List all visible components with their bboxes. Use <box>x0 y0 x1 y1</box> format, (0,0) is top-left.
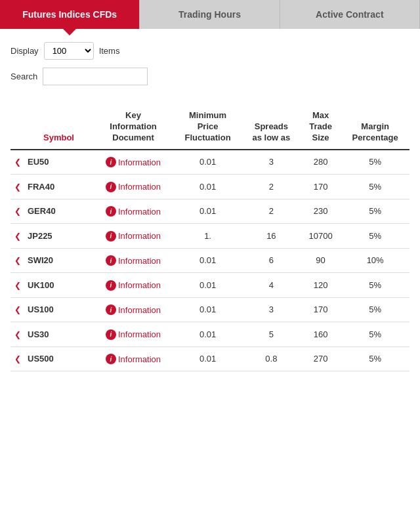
spreads-cell: 2 <box>242 199 301 224</box>
info-link[interactable]: i Information <box>106 182 161 192</box>
expand-cell[interactable]: ❮ <box>10 224 24 249</box>
tab-active-contract[interactable]: Active Contract <box>280 0 420 29</box>
data-table-wrapper: Symbol KeyInformationDocument MinimumPri… <box>0 105 420 385</box>
min-price-cell: 0.01 <box>173 297 242 322</box>
info-link[interactable]: i Information <box>106 354 161 364</box>
table-row: ❮ UK100 i Information 0.01 4 120 5% <box>10 273 410 298</box>
info-link[interactable]: i Information <box>106 304 161 315</box>
table-row: ❮ US500 i Information 0.01 0.8 270 5% <box>10 346 410 371</box>
margin-cell: 5% <box>341 224 410 249</box>
info-icon: i <box>106 280 116 291</box>
expand-cell[interactable]: ❮ <box>10 273 24 298</box>
expand-cell[interactable]: ❮ <box>10 346 24 371</box>
key-info-cell[interactable]: i Information <box>93 175 173 200</box>
expand-icon[interactable]: ❮ <box>14 281 21 290</box>
expand-cell[interactable]: ❮ <box>10 150 24 175</box>
expand-cell[interactable]: ❮ <box>10 297 24 322</box>
search-row: Search <box>10 68 410 85</box>
info-link[interactable]: i Information <box>106 231 161 242</box>
info-link[interactable]: i Information <box>106 206 161 217</box>
margin-cell: 5% <box>341 175 410 200</box>
info-label: Information <box>118 280 161 290</box>
symbol-cell: US30 <box>24 322 93 347</box>
info-link[interactable]: i Information <box>106 255 161 266</box>
items-label: Items <box>99 46 120 56</box>
tab-bar: Futures Indices CFDs Trading Hours Activ… <box>0 0 420 29</box>
info-label: Information <box>118 305 161 315</box>
info-label: Information <box>118 182 161 192</box>
info-label: Information <box>118 231 161 241</box>
expand-icon[interactable]: ❮ <box>14 232 21 241</box>
spreads-cell: 4 <box>242 273 301 298</box>
key-info-cell[interactable]: i Information <box>93 297 173 322</box>
info-label: Information <box>118 207 161 217</box>
spreads-cell: 6 <box>242 248 301 273</box>
max-trade-cell: 270 <box>301 346 341 371</box>
spreads-cell: 0.8 <box>242 346 301 371</box>
expand-icon[interactable]: ❮ <box>14 207 21 216</box>
info-link[interactable]: i Information <box>106 329 161 340</box>
max-trade-cell: 230 <box>301 199 341 224</box>
expand-icon[interactable]: ❮ <box>14 182 21 192</box>
info-icon: i <box>106 231 116 242</box>
margin-cell: 5% <box>341 273 410 298</box>
max-trade-cell: 170 <box>301 297 341 322</box>
info-link[interactable]: i Information <box>106 280 161 291</box>
instruments-table: Symbol KeyInformationDocument MinimumPri… <box>10 105 410 371</box>
header-max-trade: MaxTradeSize <box>301 105 341 150</box>
min-price-cell: 0.01 <box>173 346 242 371</box>
table-row: ❮ JP225 i Information 1. 16 10700 5% <box>10 224 410 249</box>
info-icon: i <box>106 182 116 192</box>
expand-cell[interactable]: ❮ <box>10 199 24 224</box>
expand-cell[interactable]: ❮ <box>10 322 24 347</box>
key-info-cell[interactable]: i Information <box>93 346 173 371</box>
key-info-cell[interactable]: i Information <box>93 150 173 175</box>
margin-cell: 5% <box>341 199 410 224</box>
tab-futures[interactable]: Futures Indices CFDs <box>0 0 140 29</box>
table-row: ❮ EU50 i Information 0.01 3 280 5% <box>10 150 410 175</box>
margin-cell: 10% <box>341 248 410 273</box>
table-row: ❮ SWI20 i Information 0.01 6 90 10% <box>10 248 410 273</box>
expand-cell[interactable]: ❮ <box>10 248 24 273</box>
max-trade-cell: 10700 <box>301 224 341 249</box>
expand-icon[interactable]: ❮ <box>14 158 21 167</box>
margin-cell: 5% <box>341 346 410 371</box>
key-info-cell[interactable]: i Information <box>93 248 173 273</box>
info-icon: i <box>106 157 116 167</box>
spreads-cell: 16 <box>242 224 301 249</box>
min-price-cell: 0.01 <box>173 175 242 200</box>
info-link[interactable]: i Information <box>106 157 161 167</box>
table-row: ❮ US30 i Information 0.01 5 160 5% <box>10 322 410 347</box>
info-icon: i <box>106 329 116 340</box>
info-icon: i <box>106 304 116 315</box>
symbol-cell: EU50 <box>24 150 93 175</box>
header-symbol: Symbol <box>24 105 93 150</box>
expand-icon[interactable]: ❮ <box>14 305 21 314</box>
min-price-cell: 0.01 <box>173 150 242 175</box>
spreads-cell: 3 <box>242 297 301 322</box>
search-label: Search <box>10 72 37 81</box>
display-select[interactable]: 10 25 50 100 <box>44 42 94 60</box>
expand-icon[interactable]: ❮ <box>14 354 21 364</box>
info-icon: i <box>106 255 116 266</box>
tab-trading-hours[interactable]: Trading Hours <box>140 0 280 29</box>
symbol-cell: GER40 <box>24 199 93 224</box>
search-input[interactable] <box>43 68 148 85</box>
min-price-cell: 0.01 <box>173 322 242 347</box>
key-info-cell[interactable]: i Information <box>93 322 173 347</box>
info-label: Information <box>118 329 161 339</box>
min-price-cell: 0.01 <box>173 273 242 298</box>
key-info-cell[interactable]: i Information <box>93 224 173 249</box>
info-icon: i <box>106 354 116 364</box>
key-info-cell[interactable]: i Information <box>93 273 173 298</box>
expand-icon[interactable]: ❮ <box>14 330 21 339</box>
margin-cell: 5% <box>341 322 410 347</box>
expand-cell[interactable]: ❮ <box>10 175 24 200</box>
expand-icon[interactable]: ❮ <box>14 256 21 265</box>
symbol-cell: FRA40 <box>24 175 93 200</box>
max-trade-cell: 90 <box>301 248 341 273</box>
key-info-cell[interactable]: i Information <box>93 199 173 224</box>
symbol-cell: SWI20 <box>24 248 93 273</box>
margin-cell: 5% <box>341 297 410 322</box>
max-trade-cell: 120 <box>301 273 341 298</box>
